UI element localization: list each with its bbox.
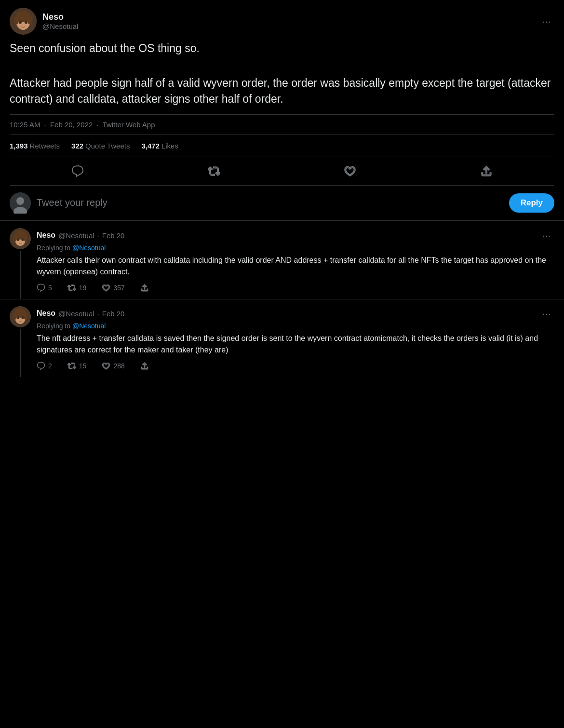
reply-like-action-2[interactable]: 288 bbox=[102, 362, 124, 370]
svg-point-17 bbox=[17, 238, 19, 241]
svg-point-22 bbox=[13, 312, 17, 320]
replying-to-handle-2[interactable]: @Nesotual bbox=[72, 322, 106, 330]
reply-date-2: Feb 20 bbox=[102, 310, 125, 318]
reply-like-count-1: 357 bbox=[113, 284, 124, 292]
reply-text-2: The nft address + transfer calldata is s… bbox=[37, 333, 554, 356]
like-action-button[interactable] bbox=[334, 160, 366, 182]
more-options-button[interactable]: ··· bbox=[538, 14, 554, 29]
reply-header-left-1: Neso @Nesotual · Feb 20 bbox=[37, 231, 124, 240]
reply-actions-1: 5 19 357 bbox=[37, 283, 554, 292]
user-info: Neso @Nesotual bbox=[42, 12, 78, 30]
thread-line-1 bbox=[20, 251, 21, 299]
svg-point-7 bbox=[16, 24, 20, 26]
quotes-stat[interactable]: 322 Quote Tweets bbox=[71, 142, 130, 150]
tweet-header: Neso @Nesotual ··· bbox=[10, 8, 554, 35]
replying-to-1: Replying to @Nesotual bbox=[37, 244, 554, 252]
actions-row bbox=[10, 157, 554, 186]
reply-more-1[interactable]: ··· bbox=[538, 228, 554, 243]
svg-point-10 bbox=[16, 197, 24, 205]
svg-point-15 bbox=[13, 234, 17, 242]
reply-tweet-1: Neso @Nesotual · Feb 20 ··· Replying to … bbox=[0, 221, 564, 299]
reply-actions-2: 2 15 288 bbox=[37, 362, 554, 370]
svg-point-23 bbox=[24, 312, 27, 320]
dot2: · bbox=[96, 121, 98, 129]
retweets-stat[interactable]: 1,393 Retweets bbox=[10, 142, 60, 150]
reply-retweet-action-2[interactable]: 15 bbox=[67, 362, 87, 370]
svg-point-24 bbox=[17, 316, 19, 319]
reply-name-1[interactable]: Neso bbox=[37, 231, 55, 240]
tweet-app: Twitter Web App bbox=[103, 121, 155, 129]
reply-share-action-1[interactable] bbox=[140, 283, 149, 292]
svg-point-16 bbox=[24, 234, 27, 242]
reply-handle-2[interactable]: @Nesotual bbox=[58, 310, 94, 318]
reply-date-1: Feb 20 bbox=[102, 231, 125, 240]
reply-handle-1[interactable]: @Nesotual bbox=[58, 231, 94, 240]
reply-tweet-2: Neso @Nesotual · Feb 20 ··· Replying to … bbox=[0, 299, 564, 377]
svg-point-25 bbox=[22, 316, 24, 319]
reply-input[interactable]: Tweet your reply bbox=[37, 197, 503, 208]
user-handle[interactable]: @Nesotual bbox=[42, 22, 78, 30]
reply-content-2: Neso @Nesotual · Feb 20 ··· Replying to … bbox=[37, 306, 554, 377]
likes-label: Likes bbox=[161, 142, 178, 150]
reply-reply-count-2: 2 bbox=[48, 362, 52, 370]
avatar[interactable] bbox=[10, 8, 37, 35]
thread-line-2 bbox=[20, 329, 21, 377]
reply-button[interactable]: Reply bbox=[509, 193, 554, 213]
quotes-count: 322 bbox=[71, 142, 83, 150]
tweet-date: Feb 20, 2022 bbox=[50, 121, 93, 129]
reply-header-2: Neso @Nesotual · Feb 20 ··· bbox=[37, 306, 554, 321]
reply-header-1: Neso @Nesotual · Feb 20 ··· bbox=[37, 228, 554, 243]
reply-retweet-action-1[interactable]: 19 bbox=[67, 283, 87, 292]
svg-point-18 bbox=[22, 238, 24, 241]
user-name[interactable]: Neso bbox=[42, 12, 78, 22]
tweet-content: Seen confusion about the OS thing so. At… bbox=[10, 40, 554, 107]
tweet-line1: Seen confusion about the OS thing so. bbox=[10, 40, 554, 56]
replying-to-2: Replying to @Nesotual bbox=[37, 322, 554, 330]
quotes-label: Quote Tweets bbox=[85, 142, 130, 150]
reply-share-action-2[interactable] bbox=[140, 362, 149, 370]
reply-tweet-left-1 bbox=[10, 228, 31, 299]
svg-point-5 bbox=[19, 21, 22, 24]
reply-content-1: Neso @Nesotual · Feb 20 ··· Replying to … bbox=[37, 228, 554, 299]
reply-more-2[interactable]: ··· bbox=[538, 306, 554, 321]
svg-point-4 bbox=[27, 15, 32, 25]
reply-header-left-2: Neso @Nesotual · Feb 20 bbox=[37, 309, 124, 318]
reply-reply-action-1[interactable]: 5 bbox=[37, 283, 52, 292]
svg-point-8 bbox=[26, 24, 30, 26]
reply-reply-count-1: 5 bbox=[48, 284, 52, 292]
likes-count: 3,472 bbox=[141, 142, 160, 150]
stats-row: 1,393 Retweets 322 Quote Tweets 3,472 Li… bbox=[10, 135, 554, 157]
reply-like-action-1[interactable]: 357 bbox=[102, 283, 124, 292]
main-tweet: Neso @Nesotual ··· Seen confusion about … bbox=[0, 0, 564, 186]
tweet-time: 10:25 AM bbox=[10, 121, 40, 129]
svg-point-3 bbox=[14, 15, 19, 25]
reply-like-count-2: 288 bbox=[113, 362, 124, 370]
reply-dot-1: · bbox=[97, 231, 99, 240]
tweet-meta: 10:25 AM · Feb 20, 2022 · Twitter Web Ap… bbox=[10, 114, 554, 135]
reply-avatar-2[interactable] bbox=[10, 306, 31, 327]
retweets-label: Retweets bbox=[30, 142, 60, 150]
reply-dot-2: · bbox=[97, 310, 99, 318]
svg-point-6 bbox=[25, 21, 27, 24]
retweets-count: 1,393 bbox=[10, 142, 28, 150]
reply-avatar bbox=[10, 192, 31, 214]
reply-avatar-1[interactable] bbox=[10, 228, 31, 249]
reply-reply-action-2[interactable]: 2 bbox=[37, 362, 52, 370]
likes-stat[interactable]: 3,472 Likes bbox=[141, 142, 178, 150]
reply-action-button[interactable] bbox=[62, 160, 94, 182]
reply-retweet-count-1: 19 bbox=[79, 284, 87, 292]
retweet-action-button[interactable] bbox=[198, 160, 230, 182]
reply-retweet-count-2: 15 bbox=[79, 362, 87, 370]
dot1: · bbox=[44, 121, 46, 129]
tweet-line2: Attacker had people sign half of a valid… bbox=[10, 75, 554, 106]
reply-box: Tweet your reply Reply bbox=[0, 186, 564, 221]
tweet-header-left: Neso @Nesotual bbox=[10, 8, 78, 35]
reply-text-1: Attacker calls their own contract with c… bbox=[37, 255, 554, 278]
share-action-button[interactable] bbox=[470, 160, 502, 182]
replying-to-handle-1[interactable]: @Nesotual bbox=[72, 244, 106, 252]
reply-name-2[interactable]: Neso bbox=[37, 309, 55, 318]
reply-tweet-left-2 bbox=[10, 306, 31, 377]
